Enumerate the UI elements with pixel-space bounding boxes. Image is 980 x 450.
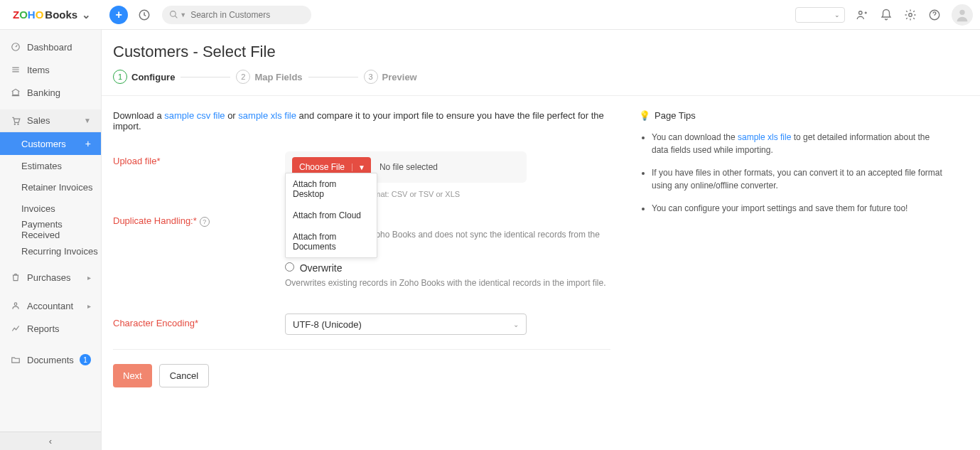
help-icon[interactable]: ? <box>200 217 210 227</box>
search-container[interactable]: ▼ <box>162 6 311 24</box>
dashboard-icon <box>10 42 21 52</box>
svg-point-9 <box>14 303 17 306</box>
sidebar-item-label: Sales <box>27 115 50 126</box>
tip-item: You can download the sample xls file to … <box>652 131 944 156</box>
next-button[interactable]: Next <box>113 364 152 387</box>
svg-point-3 <box>909 13 912 16</box>
svg-point-8 <box>18 124 18 124</box>
encoding-select[interactable]: UTF-8 (Unicode) ⌄ <box>285 314 527 335</box>
encoding-value: UTF-8 (Unicode) <box>293 319 362 330</box>
cart-icon <box>10 116 21 126</box>
documents-badge: 1 <box>80 354 91 365</box>
step-preview: 3 Preview <box>364 70 417 84</box>
chevron-down-icon: ▼ <box>84 117 91 124</box>
chevron-left-icon: ‹ <box>49 436 52 446</box>
overwrite-label: Overwrite <box>300 262 343 274</box>
collapse-sidebar-button[interactable]: ‹ <box>0 432 101 450</box>
step-label: Configure <box>131 72 175 82</box>
attach-desktop-option[interactable]: Attach from Desktop <box>286 173 377 205</box>
add-customer-icon[interactable]: + <box>85 138 91 149</box>
sidebar-item-label: Reports <box>27 323 60 334</box>
overwrite-radio[interactable] <box>285 262 294 272</box>
sidebar-item-purchases[interactable]: Purchases ▸ <box>0 266 101 289</box>
step-number: 1 <box>113 70 127 84</box>
sidebar-item-reports[interactable]: Reports <box>0 317 101 340</box>
svg-point-1 <box>171 11 176 17</box>
sidebar-item-sales[interactable]: Sales ▼ <box>0 109 101 132</box>
banking-icon <box>10 87 21 97</box>
add-button[interactable]: + <box>109 6 128 24</box>
attach-cloud-option[interactable]: Attach from Cloud <box>286 205 377 226</box>
sidebar-item-label: Dashboard <box>27 42 72 53</box>
bulb-icon: 💡 <box>639 110 650 121</box>
app-logo[interactable]: ZOHO Books ⌄ <box>7 9 97 21</box>
sidebar-item-recurring-invoices[interactable]: Recurring Invoices <box>0 240 101 262</box>
search-input[interactable] <box>190 10 304 20</box>
step-map-fields: 2 Map Fields <box>236 70 302 84</box>
page-title: Customers - Select File <box>102 30 980 70</box>
gear-icon[interactable] <box>903 8 917 22</box>
referrals-icon[interactable] <box>855 8 869 22</box>
sidebar-item-label: Estimates <box>21 161 62 171</box>
sidebar-item-accountant[interactable]: Accountant ▸ <box>0 294 101 317</box>
chevron-down-icon: ⌄ <box>834 11 840 18</box>
step-label: Preview <box>382 72 417 82</box>
upload-file-label: Upload file* <box>113 151 285 166</box>
no-file-text: No file selected <box>379 162 438 172</box>
chevron-right-icon: ▸ <box>87 274 91 282</box>
intro-text: Download a sample csv file or sample xls… <box>113 110 610 132</box>
sidebar-item-customers[interactable]: Customers + <box>0 132 101 155</box>
app-name: Books <box>45 9 77 21</box>
svg-point-5 <box>959 9 964 14</box>
search-dropdown-icon[interactable]: ▼ <box>180 11 186 18</box>
help-icon[interactable] <box>927 8 942 22</box>
sample-csv-link[interactable]: sample csv file <box>164 110 225 121</box>
bag-icon <box>10 272 21 282</box>
sidebar-item-banking[interactable]: Banking <box>0 81 101 104</box>
overwrite-option: Overwrite Overwrites existing records in… <box>285 262 610 288</box>
sidebar-item-label: Payments Received <box>21 219 101 240</box>
items-icon <box>10 65 21 75</box>
chart-icon <box>10 323 21 333</box>
sidebar-item-payments-received[interactable]: Payments Received <box>0 219 101 240</box>
sidebar-item-items[interactable]: Items <box>0 58 101 81</box>
user-icon <box>10 301 21 311</box>
org-select[interactable]: ⌄ <box>795 7 845 23</box>
tip-item: You can configure your import settings a… <box>652 202 944 215</box>
sidebar-item-invoices[interactable]: Invoices <box>0 198 101 219</box>
sidebar-item-label: Purchases <box>27 272 70 283</box>
tip-item: If you have files in other formats, you … <box>652 166 944 192</box>
chevron-down-icon[interactable]: ▼ <box>352 164 371 171</box>
step-label: Map Fields <box>254 72 302 82</box>
chevron-down-icon: ⌄ <box>82 9 91 21</box>
stepper: 1 Configure 2 Map Fields 3 Preview <box>102 70 980 96</box>
bell-icon[interactable] <box>879 8 893 22</box>
sidebar-item-dashboard[interactable]: Dashboard <box>0 36 101 58</box>
file-format-hint: File Format: CSV or TSV or XLS <box>348 190 610 198</box>
tips-title: 💡 Page Tips <box>639 110 944 121</box>
avatar[interactable] <box>952 4 973 26</box>
sidebar-item-documents[interactable]: Documents 1 <box>0 348 101 371</box>
duplicate-handling-label: Duplicate Handling:*? <box>113 211 285 227</box>
svg-point-7 <box>14 124 15 124</box>
search-icon <box>169 10 178 19</box>
tips-list: You can download the sample xls file to … <box>639 131 944 215</box>
folder-icon <box>10 355 21 365</box>
encoding-label: Character Encoding* <box>113 314 285 328</box>
sidebar-item-label: Documents <box>27 355 74 365</box>
step-configure: 1 Configure <box>113 70 175 84</box>
recent-icon[interactable] <box>135 6 154 24</box>
sample-xls-tip-link[interactable]: sample xls file <box>738 132 791 142</box>
svg-point-2 <box>859 11 863 14</box>
sidebar-item-label: Recurring Invoices <box>21 246 98 257</box>
sidebar-item-estimates[interactable]: Estimates <box>0 155 101 176</box>
attach-dropdown: Attach from Desktop Attach from Cloud At… <box>285 173 377 258</box>
cancel-button[interactable]: Cancel <box>159 364 209 387</box>
sidebar-item-label: Banking <box>27 87 60 98</box>
sidebar-item-label: Accountant <box>27 301 73 311</box>
attach-documents-option[interactable]: Attach from Documents <box>286 226 377 257</box>
sidebar-item-retainer-invoices[interactable]: Retainer Invoices <box>0 176 101 198</box>
sample-xls-link[interactable]: sample xls file <box>238 110 296 121</box>
sidebar-item-label: Retainer Invoices <box>21 182 92 193</box>
sidebar-item-label: Items <box>27 65 50 75</box>
